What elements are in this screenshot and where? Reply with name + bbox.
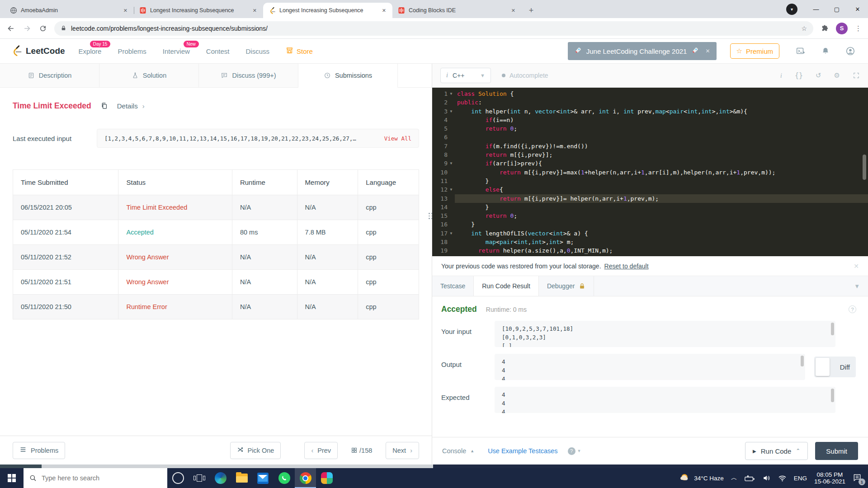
prev-button[interactable]: ‹ Prev xyxy=(304,442,338,459)
language-select[interactable]: i C++ ▼ xyxy=(440,68,491,83)
leetcode-logo[interactable]: LeetCode xyxy=(11,44,65,58)
editor-code[interactable]: class Solution {public: int helper(int n… xyxy=(455,89,868,256)
help-icon[interactable]: ? xyxy=(849,305,856,313)
notification-center[interactable]: 1 xyxy=(849,468,868,488)
start-button[interactable] xyxy=(0,468,24,488)
reset-to-default-link[interactable]: Reset to default xyxy=(604,263,649,270)
browser-profile-avatar[interactable]: S xyxy=(836,23,848,34)
close-button[interactable]: ✕ xyxy=(847,0,868,18)
table-row[interactable]: 05/11/2020 21:51Wrong AnswerN/AN/Acpp xyxy=(13,270,419,295)
editor-settings-gear-icon[interactable]: ⚙ xyxy=(834,71,840,80)
search-input[interactable] xyxy=(42,474,150,482)
pick-one-button[interactable]: Pick One xyxy=(230,442,281,459)
horizontal-scrollbar-thumb[interactable] xyxy=(42,465,433,468)
forward-icon[interactable] xyxy=(23,24,32,33)
slack-icon[interactable] xyxy=(316,468,337,488)
nav-item-discuss[interactable]: Discuss xyxy=(246,47,270,55)
premium-button[interactable]: ☆ Premium xyxy=(730,43,779,59)
use-example-testcases-link[interactable]: Use Example Testcases xyxy=(488,447,557,455)
view-all-link[interactable]: View All xyxy=(384,135,411,142)
testcase-help[interactable]: ? ▼ xyxy=(568,447,581,455)
tab-close-icon[interactable]: ✕ xyxy=(380,7,388,14)
input-scrollbar[interactable] xyxy=(831,323,834,335)
url-text[interactable]: leetcode.com/problems/longest-increasing… xyxy=(71,25,797,32)
chrome-icon[interactable] xyxy=(295,468,316,488)
problem-counter[interactable]: /158 xyxy=(351,447,372,454)
media-controls-button[interactable]: ▾ xyxy=(786,4,797,15)
notice-close-icon[interactable]: ✕ xyxy=(854,263,859,270)
address-bar[interactable]: leetcode.com/problems/longest-increasing… xyxy=(54,21,813,36)
browser-tab[interactable]: Longest Increasing Subsequence ✕ xyxy=(263,3,392,18)
nav-item-store[interactable]: Store xyxy=(286,47,313,56)
tab-solution[interactable]: Solution xyxy=(99,64,199,88)
cell-status[interactable]: Wrong Answer xyxy=(118,270,232,295)
tab-discuss-999-[interactable]: Discuss (999+) xyxy=(199,64,298,88)
horizontal-scrollbar[interactable] xyxy=(0,465,868,468)
minimize-button[interactable]: — xyxy=(806,0,826,18)
task-view-icon[interactable] xyxy=(189,468,210,488)
console-tab-run-code-result[interactable]: Run Code Result xyxy=(474,276,539,296)
cell-status[interactable]: Runtime Error xyxy=(118,295,232,319)
cell-status[interactable]: Accepted xyxy=(118,220,232,245)
banner-close-icon[interactable]: ✕ xyxy=(705,48,710,54)
edge-icon[interactable] xyxy=(210,468,231,488)
volume-icon[interactable] xyxy=(759,468,774,488)
nav-item-contest[interactable]: Contest xyxy=(206,47,230,55)
extensions-puzzle-icon[interactable] xyxy=(821,24,829,33)
browser-tab[interactable]: AmoebaAdmin ✕ xyxy=(5,3,134,18)
maximize-button[interactable]: ▢ xyxy=(826,0,847,18)
interview-terminal-icon[interactable] xyxy=(796,46,806,56)
code-editor[interactable]: 1▼23▼456789▼101112▼1314151617▼1819 class… xyxy=(432,88,868,256)
format-braces-icon[interactable]: {} xyxy=(795,71,803,80)
diff-toggle[interactable]: Diff xyxy=(814,357,856,377)
new-tab-button[interactable]: + xyxy=(524,4,538,17)
next-button[interactable]: Next › xyxy=(386,442,419,459)
whatsapp-icon[interactable] xyxy=(274,468,295,488)
tab-close-icon[interactable]: ✕ xyxy=(251,7,259,14)
language-indicator[interactable]: ENG xyxy=(790,468,811,488)
console-tab-testcase[interactable]: Testcase xyxy=(432,276,474,296)
table-row[interactable]: 06/15/2021 20:05Time Limit ExceededN/AN/… xyxy=(13,195,419,220)
nav-item-interview[interactable]: InterviewNew xyxy=(163,47,190,55)
copy-icon[interactable] xyxy=(100,102,108,110)
nav-item-explore[interactable]: ExploreDay 15 xyxy=(79,47,102,55)
output-scrollbar[interactable] xyxy=(801,356,804,366)
tab-close-icon[interactable]: ✕ xyxy=(122,7,129,14)
table-row[interactable]: 05/11/2020 21:52Wrong AnswerN/AN/Acpp xyxy=(13,245,419,270)
taskbar-search[interactable] xyxy=(24,468,167,488)
battery-icon[interactable] xyxy=(741,468,759,488)
tab-description[interactable]: Description xyxy=(0,64,99,88)
your-input-box[interactable]: [10,9,2,5,3,7,101,18][0,1,0,3,2,3][…] xyxy=(495,321,835,347)
account-user-icon[interactable] xyxy=(845,46,855,56)
hidden-icons-chevron[interactable]: ︿ xyxy=(727,468,741,488)
mail-icon[interactable] xyxy=(252,468,274,488)
table-row[interactable]: 05/11/2020 21:54Accepted80 ms7.8 MBcpp xyxy=(13,220,419,245)
bookmark-star-icon[interactable]: ☆ xyxy=(801,25,807,32)
console-tab-debugger[interactable]: Debugger xyxy=(539,276,594,296)
wifi-icon[interactable] xyxy=(774,468,790,488)
taskbar-clock[interactable]: 08:05 PM 15-06-2021 xyxy=(811,468,849,488)
browser-tab[interactable]: Coding Blocks IDE ✕ xyxy=(392,3,522,18)
details-link[interactable]: Details› xyxy=(117,102,145,110)
tab-submissions[interactable]: Submissions xyxy=(298,64,398,88)
back-icon[interactable] xyxy=(6,24,15,33)
output-box[interactable]: 444 xyxy=(495,354,805,380)
submit-button[interactable]: Submit xyxy=(815,442,858,460)
console-collapse-chevron-icon[interactable]: ▼ xyxy=(854,283,868,290)
table-row[interactable]: 05/11/2020 21:50Runtime ErrorN/AN/Acpp xyxy=(13,295,419,319)
browser-tab[interactable]: Longest Increasing Subsequence ✕ xyxy=(134,3,263,18)
run-code-button[interactable]: ▶ Run Code ⌃ xyxy=(745,442,808,460)
challenge-banner[interactable]: June LeetCoding Challenge 2021 ✕ xyxy=(568,42,717,60)
fullscreen-icon[interactable] xyxy=(853,72,860,79)
panel-splitter-handle[interactable] xyxy=(429,213,432,219)
notifications-bell-icon[interactable] xyxy=(821,47,830,56)
cortana-icon[interactable] xyxy=(167,468,189,488)
problems-button[interactable]: Problems xyxy=(13,442,65,459)
nav-item-problems[interactable]: Problems xyxy=(118,47,146,55)
tab-close-icon[interactable]: ✕ xyxy=(509,7,517,14)
diff-toggle-knob[interactable] xyxy=(816,358,830,376)
expected-box[interactable]: 444 xyxy=(495,387,835,413)
weather-widget[interactable]: 34°C Haze xyxy=(676,468,727,488)
browser-menu-icon[interactable]: ⋮ xyxy=(855,24,862,33)
reset-code-icon[interactable]: ↺ xyxy=(816,71,821,80)
